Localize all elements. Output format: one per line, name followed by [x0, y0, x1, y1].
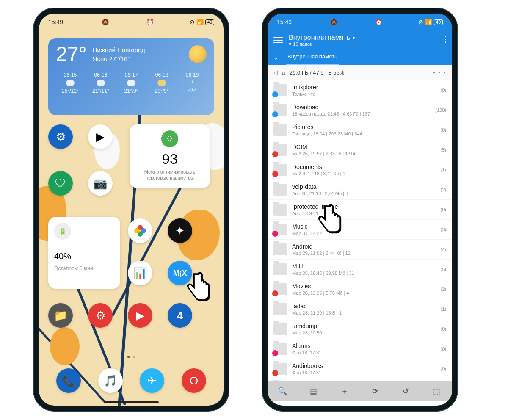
file-row[interactable]: Download 18 часов назад, 21:48 | 4,63 Гб… — [268, 100, 452, 120]
nav-handle[interactable] — [332, 401, 387, 403]
file-count: (0) — [441, 346, 446, 351]
file-row[interactable]: voip-data Апр 28, 21:10 | 2,84 Мб | 3 (2… — [268, 180, 452, 200]
header-title: Внутренняя память — [289, 34, 350, 41]
menu-icon[interactable] — [273, 37, 283, 43]
file-count: (2) — [441, 187, 446, 192]
file-name: Pictures — [292, 124, 436, 130]
folder-icon — [273, 303, 287, 315]
dropdown-icon[interactable]: ▾ — [353, 36, 355, 40]
no-sim-icon: ⊘ — [190, 19, 195, 25]
file-meta: Май 9, 12:18 | 3,41 Кб | 1 — [292, 171, 436, 176]
alarm-icon: ⏰ — [375, 19, 382, 25]
back-icon[interactable]: ◁ — [273, 69, 278, 76]
file-meta: Май 26, 19:57 | 2,33 Гб | 1314 — [292, 151, 436, 156]
opera-icon[interactable]: O — [182, 368, 206, 393]
sparkle-icon[interactable]: ✦ — [168, 218, 192, 243]
tab-internal[interactable]: Внутренняя память — [286, 50, 339, 65]
file-count: (120) — [435, 108, 446, 113]
youtube-icon[interactable]: ▶ — [128, 303, 152, 328]
file-row[interactable]: .protected_image Апр 7, 09:41 (0) — [268, 200, 452, 220]
file-row[interactable]: Documents Май 9, 12:18 | 3,41 Кб | 1 (1) — [268, 160, 452, 180]
file-row[interactable]: ramdump Мар 28, 10:50 (0) — [268, 319, 452, 339]
file-row[interactable]: Movies Мар 28, 13:25 | 5,70 Мб | 4 (2) — [268, 279, 452, 299]
play-store-icon[interactable]: ▶ — [88, 124, 113, 149]
add-icon[interactable]: ＋ — [338, 386, 351, 396]
file-row[interactable]: .adac Мар 28, 11:29 | 16 Б | 1 (1) — [268, 299, 452, 319]
history-icon[interactable]: ↺ — [400, 387, 412, 396]
file-count: (0) — [441, 326, 446, 332]
battery-remaining: Осталось: 0 мин — [54, 265, 114, 271]
file-row[interactable]: Pictures Пятница, 18:04 | 293,23 Мб | 54… — [268, 120, 452, 140]
security-icon[interactable]: 🛡 — [48, 171, 73, 196]
forecast-row: 06-1525°/12° 06-1621°/11° 06-1721°/9° 06… — [56, 72, 207, 94]
select-icon[interactable]: ⬚ — [431, 387, 443, 396]
storage-bar[interactable]: ◁ ⌂ 26,0 ГБ / 47,5 ГБ 55% • • • — [268, 65, 452, 80]
yandex-music-icon[interactable]: 🎵 — [98, 368, 123, 393]
file-count: (8) — [441, 127, 446, 133]
optimizer-text: Можно оптимизировать некоторые параметры — [135, 169, 204, 181]
file-name: .adac — [292, 303, 436, 309]
file-row[interactable]: Audiobooks Фев 18, 17:31 (0) — [268, 359, 452, 379]
more-icon[interactable]: • • • — [433, 69, 446, 76]
bottom-toolbar: 🔍 ▤ ＋ ⟳ ↺ ⬚ — [268, 381, 452, 401]
file-meta: Фев 18, 17:31 — [292, 350, 436, 355]
folder-icon — [273, 343, 287, 355]
folder-icon[interactable]: 📁 — [48, 303, 73, 328]
heart-icon: ♥ — [289, 41, 292, 47]
shield-icon: 🛡 — [161, 130, 178, 147]
folder-icon — [273, 164, 287, 176]
file-meta: Мар 28, 11:29 | 16 Б | 1 — [292, 310, 436, 315]
overflow-icon[interactable] — [444, 36, 446, 43]
sun-icon — [189, 45, 207, 63]
folder-icon — [273, 283, 287, 295]
weather-widget[interactable]: 27° Нижний Новгород Ясно 27°/16° 06-1525… — [48, 38, 214, 115]
channel4-icon[interactable]: 4 — [168, 303, 192, 328]
file-meta: 18 часов назад, 21:48 | 4,63 Гб | 137 — [292, 111, 430, 116]
file-name: Music — [292, 223, 436, 230]
photos-icon[interactable] — [128, 218, 152, 243]
home-icon[interactable]: ⌂ — [282, 69, 285, 76]
file-row[interactable]: DCIM Май 26, 19:57 | 2,33 Гб | 1314 (5) — [268, 140, 452, 160]
view-icon[interactable]: ▤ — [307, 387, 320, 396]
folder-icon — [273, 323, 287, 335]
phone-icon[interactable]: 📞 — [56, 368, 81, 393]
refresh-icon[interactable]: ⟳ — [369, 387, 381, 396]
battery-icon: 40 — [434, 19, 443, 25]
file-count: (0) — [441, 366, 446, 371]
folder-icon — [273, 224, 287, 235]
battery-widget[interactable]: 🔋 40% Осталось: 0 мин — [48, 217, 120, 289]
folder-icon — [273, 243, 287, 255]
search-icon[interactable]: 🔍 — [276, 387, 289, 396]
optimizer-score: 93 — [135, 151, 204, 167]
alarm-icon: ⏰ — [146, 19, 154, 25]
file-count: (1) — [441, 307, 446, 312]
mixplorer-icon[interactable]: M¡X — [168, 261, 192, 285]
file-count: (5) — [441, 147, 446, 152]
no-sim-icon: ⊘ — [418, 19, 423, 25]
telegram-icon[interactable]: ✈ — [140, 368, 164, 393]
file-row[interactable]: Alarms Фев 18, 17:31 (0) — [268, 339, 452, 359]
file-name: Movies — [292, 283, 436, 290]
folder-icon — [273, 184, 287, 196]
battery-icon: 40 — [205, 19, 214, 25]
file-meta: Мар 28, 13:25 | 5,70 Мб | 4 — [292, 290, 436, 296]
file-row[interactable]: Android Мар 29, 11:02 | 3,44 Кб | 12 (4) — [268, 240, 452, 260]
file-row[interactable]: .mixplorer Только что (0) — [268, 80, 452, 100]
file-row[interactable]: Music Мар 31, 14:22 (3) — [268, 220, 452, 240]
file-row[interactable]: MIUI Мар 28, 16:45 | 28,98 Мб | 31 (5) — [268, 260, 452, 279]
folder-icon — [273, 363, 287, 375]
file-name: MIUI — [292, 263, 436, 270]
file-name: ramdump — [292, 323, 436, 329]
weather-city: Нижний Новгород — [93, 45, 145, 54]
analytics-icon[interactable]: 📊 — [128, 261, 152, 285]
file-name: Download — [292, 104, 430, 111]
nav-handle[interactable] — [104, 401, 159, 403]
file-name: .protected_image — [292, 203, 436, 210]
camera-icon[interactable]: 📷 — [88, 171, 113, 196]
file-name: voip-data — [292, 183, 436, 190]
status-time: 15:49 — [48, 19, 63, 25]
settings-icon[interactable]: ⚙ — [48, 124, 73, 149]
chevron-down-icon[interactable]: ⌄ — [273, 55, 278, 61]
optimizer-widget[interactable]: 🛡 93 Можно оптимизировать некоторые пара… — [130, 124, 210, 188]
settings-red-icon[interactable]: ⚙ — [88, 303, 113, 328]
